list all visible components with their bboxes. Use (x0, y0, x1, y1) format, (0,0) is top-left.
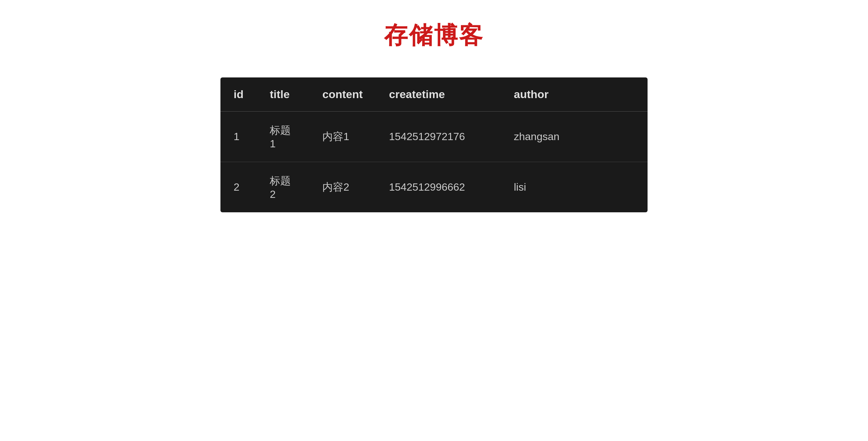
cell-createtime-1: 1542512972176 (376, 111, 501, 162)
cell-content-2: 内容2 (309, 162, 376, 213)
column-header-author: author (501, 77, 648, 111)
table-row: 2标题2内容21542512996662lisi (220, 162, 648, 213)
cell-title-1: 标题1 (256, 111, 309, 162)
data-table: id title content createtime author 1标题1内… (220, 77, 648, 212)
table-header-row: id title content createtime author (220, 77, 648, 111)
cell-title-2: 标题2 (256, 162, 309, 213)
cell-id-1: 1 (220, 111, 256, 162)
table-row: 1标题1内容11542512972176zhangsan (220, 111, 648, 162)
column-header-id: id (220, 77, 256, 111)
cell-createtime-2: 1542512996662 (376, 162, 501, 213)
column-header-createtime: createtime (376, 77, 501, 111)
page-title: 存储博客 (384, 20, 484, 51)
cell-author-1: zhangsan (501, 111, 648, 162)
cell-author-2: lisi (501, 162, 648, 213)
column-header-content: content (309, 77, 376, 111)
cell-content-1: 内容1 (309, 111, 376, 162)
cell-id-2: 2 (220, 162, 256, 213)
column-header-title: title (256, 77, 309, 111)
